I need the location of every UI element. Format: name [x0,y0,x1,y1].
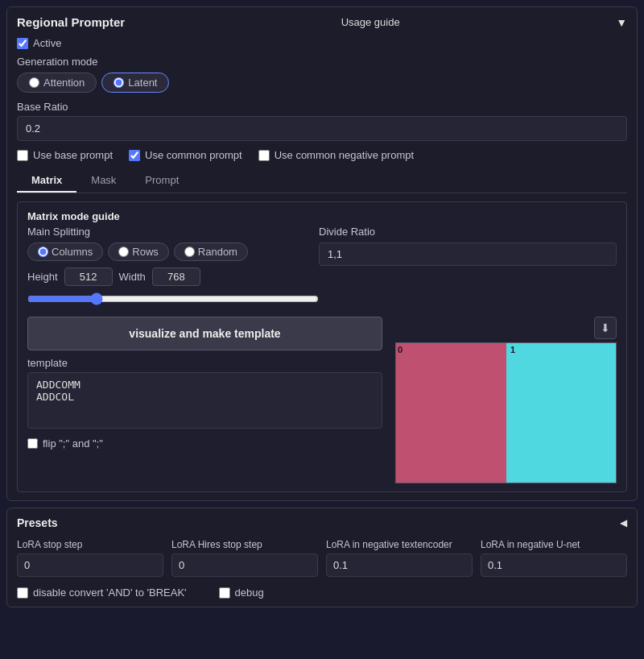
regional-prompter-panel: Regional Prompter Usage guide ▼ Active G… [6,6,638,501]
lora-hires-input[interactable] [171,553,318,577]
flip-label: flip ";" and ";" [43,437,103,450]
splitting-left: Main Splitting Columns Rows Random [27,226,319,310]
generation-mode-group: Attention Latent [17,73,627,93]
splitting-right: Divide Ratio [319,226,617,266]
radio-attention[interactable]: Attention [17,73,97,93]
presets-collapse-icon[interactable]: ◀ [620,517,627,528]
main-splitting-label: Main Splitting [27,226,319,238]
bottom-checks: disable convert 'AND' to 'BREAK' debug [17,586,627,599]
base-ratio-label: Base Ratio [17,101,627,113]
tab-prompt[interactable]: Prompt [130,169,193,193]
debug-wrap[interactable]: debug [219,586,264,599]
divide-ratio-input[interactable] [319,242,617,266]
presets-section: Presets ◀ LoRA stop step LoRA Hires stop… [6,508,638,607]
download-button[interactable]: ⬇ [594,317,617,339]
use-common-negative-wrap[interactable]: Use common negative prompt [258,149,414,161]
tab-mask[interactable]: Mask [76,169,130,193]
download-icon: ⬇ [601,321,610,334]
width-input[interactable] [152,267,200,286]
height-label: Height [27,271,58,283]
divide-ratio-label: Divide Ratio [319,226,617,238]
matrix-guide-label: Matrix mode guide [27,210,617,222]
lora-stop-step-input[interactable] [17,553,163,577]
vis-area-wrapper: ⬇ 0 1 [395,317,617,483]
main-action-area: visualize and make template template ADD… [27,317,617,483]
use-base-prompt-label: Use base prompt [33,149,113,161]
panel-header: Regional Prompter Usage guide ▼ [17,15,627,29]
height-input[interactable] [64,267,113,286]
lora-grid: LoRA stop step LoRA Hires stop step LoRA… [17,539,627,577]
width-label: Width [119,271,146,283]
visualize-button[interactable]: visualize and make template [27,317,382,350]
checkboxes-row: Use base prompt Use common prompt Use co… [17,149,627,161]
radio-columns[interactable]: Columns [27,242,103,261]
radio-random[interactable]: Random [174,242,248,261]
active-row: Active [17,37,627,49]
template-label: template [27,357,382,369]
lora-neg-textencoder-input[interactable] [326,553,473,577]
vis-label-1: 1 [510,345,515,354]
disable-convert-checkbox[interactable] [17,587,28,599]
splitting-row: Main Splitting Columns Rows Random [27,226,617,310]
active-checkbox[interactable] [17,38,28,49]
lora-hires-item: LoRA Hires stop step [171,539,318,577]
template-textarea[interactable]: ADDCOMM ADDCOL [27,372,382,429]
use-common-prompt-checkbox[interactable] [129,150,140,161]
usage-guide-label: Usage guide [125,16,616,28]
height-slider[interactable] [27,292,319,305]
flip-row: flip ";" and ";" [27,437,382,450]
use-common-negative-label: Use common negative prompt [275,149,414,161]
active-checkbox-wrap[interactable]: Active [17,37,61,49]
radio-rows-label: Rows [132,246,159,258]
radio-latent-label: Latent [128,77,157,89]
generation-mode-label: Generation mode [17,56,627,68]
radio-attention-label: Attention [43,77,85,89]
matrix-panel: Matrix mode guide Main Splitting Columns… [17,201,627,492]
vis-label-0: 0 [398,345,402,354]
debug-checkbox[interactable] [219,587,230,599]
radio-columns-label: Columns [52,246,93,258]
radio-rows[interactable]: Rows [108,242,169,261]
presets-title: Presets [17,516,58,529]
tabs-bar: Matrix Mask Prompt [17,169,627,193]
splitting-options: Columns Rows Random [27,242,319,261]
use-base-prompt-wrap[interactable]: Use base prompt [17,149,113,161]
lora-hires-label: LoRA Hires stop step [171,539,318,550]
active-label: Active [33,37,61,49]
use-base-prompt-checkbox[interactable] [17,150,28,161]
lora-neg-unet-label: LoRA in negative U-net [481,539,627,550]
debug-label: debug [235,586,264,599]
panel-title: Regional Prompter [17,15,125,29]
flip-checkbox[interactable] [27,438,38,449]
lora-stop-step-item: LoRA stop step [17,539,163,577]
base-ratio-input[interactable] [17,116,627,141]
tab-matrix[interactable]: Matrix [17,169,76,193]
disable-convert-label: disable convert 'AND' to 'BREAK' [33,586,187,599]
collapse-icon[interactable]: ▼ [616,16,627,29]
height-slider-wrap [27,292,319,305]
radio-latent[interactable]: Latent [101,73,169,93]
lora-stop-step-label: LoRA stop step [17,539,163,550]
use-common-prompt-label: Use common prompt [145,149,242,161]
hw-row: Height Width [27,267,319,286]
vis-col-0 [396,343,506,483]
visualization-canvas: 0 1 [395,342,617,483]
left-content: visualize and make template template ADD… [27,317,382,450]
vis-col-1 [506,343,617,483]
presets-header: Presets ◀ [17,516,627,529]
lora-neg-unet-item: LoRA in negative U-net [481,539,627,577]
radio-random-label: Random [198,246,237,258]
lora-neg-unet-input[interactable] [481,553,627,577]
lora-neg-textencoder-label: LoRA in negative textencoder [326,539,473,550]
use-common-negative-checkbox[interactable] [258,150,270,161]
disable-convert-wrap[interactable]: disable convert 'AND' to 'BREAK' [17,586,187,599]
use-common-prompt-wrap[interactable]: Use common prompt [129,149,242,161]
lora-neg-textencoder-item: LoRA in negative textencoder [326,539,473,577]
